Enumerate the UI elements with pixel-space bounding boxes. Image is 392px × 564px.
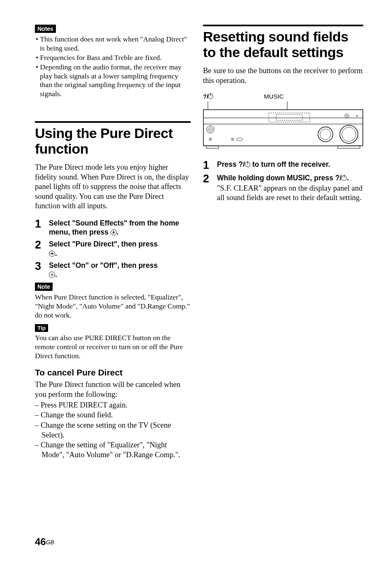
notes-item: Depending on the audio format, the recei… (35, 63, 191, 99)
step-1: 1 Select "Sound Effects" from the home m… (35, 219, 191, 237)
notes-block: Notes This function does not work when "… (35, 25, 191, 99)
page-number: 46 (35, 536, 46, 547)
step-text: While holding down MUSIC, press ?/. (217, 174, 349, 182)
svg-point-20 (340, 125, 358, 143)
step-text: Select "On" or "Off", then press . (49, 261, 158, 279)
note-label: Note (35, 283, 53, 291)
step-1: 1 Press ?/ to turn off the receiver. (203, 160, 363, 171)
svg-point-14 (210, 139, 211, 140)
step-number: 1 (35, 219, 49, 230)
plus-icon (111, 229, 117, 235)
section-rule (203, 25, 363, 26)
svg-point-6 (345, 114, 349, 118)
cancel-item: Change the sound field. (35, 410, 191, 420)
right-column: Resetting sound fields to the default se… (203, 25, 363, 460)
notes-list: This function does not work when "Analog… (35, 35, 191, 99)
tip-block: Tip You can also use PURE DIRECT button … (35, 324, 191, 361)
note-block: Note When Pure Direct function is select… (35, 283, 191, 320)
notes-item: Frequencies for Bass and Treble are fixe… (35, 53, 191, 62)
svg-point-21 (342, 127, 356, 141)
svg-point-10 (207, 126, 214, 133)
power-icon (341, 175, 347, 181)
cancel-intro: The Pure Direct function will be cancele… (35, 380, 191, 399)
tip-label: Tip (35, 324, 48, 332)
step-2: 2 Select "Pure Direct", then press . (35, 239, 191, 258)
cancel-item: Press PURE DIRECT again. (35, 400, 191, 410)
tip-text: You can also use PURE DIRECT button on t… (35, 334, 191, 361)
svg-point-12 (210, 129, 211, 130)
svg-point-8 (357, 115, 358, 117)
plus-icon (49, 251, 55, 257)
step-3: 3 Select "On" or "Off", then press . (35, 261, 191, 280)
cancel-item: Change the setting of "Equalizer", "Nigh… (35, 440, 191, 460)
step-sub-text: "S.F. CLEAR" appears on the display pane… (217, 184, 363, 203)
step-number: 2 (35, 239, 49, 251)
svg-rect-17 (237, 138, 242, 140)
svg-point-16 (232, 139, 233, 140)
svg-rect-2 (203, 110, 363, 146)
music-label: MUSIC (264, 93, 284, 100)
step-2: 2 While holding down MUSIC, press ?/. "S… (203, 173, 363, 203)
page-region: GB (46, 539, 54, 546)
cancel-heading: To cancel Pure Direct (35, 368, 191, 378)
intro-paragraph: Be sure to use the buttons on the receiv… (203, 66, 363, 85)
notes-label: Notes (35, 25, 56, 33)
section-title-pure-direct: Using the Pure Direct function (35, 125, 191, 157)
section-title-reset: Resetting sound fields to the default se… (203, 29, 363, 60)
svg-rect-22 (206, 146, 219, 148)
receiver-diagram: ?/ MUSIC (203, 93, 363, 152)
power-icon (208, 94, 213, 99)
note-text: When Pure Direct function is selected, "… (35, 293, 191, 320)
step-text: Press ?/ to turn off the receiver. (217, 160, 330, 168)
svg-point-11 (208, 127, 212, 131)
svg-point-7 (346, 115, 348, 117)
power-label-prefix: ?/ (203, 93, 208, 100)
svg-rect-4 (269, 113, 310, 122)
section-rule (35, 121, 191, 123)
step-number: 1 (203, 160, 217, 171)
left-column: Notes This function does not work when "… (35, 25, 191, 460)
power-icon (245, 162, 250, 167)
cancel-item: Change the scene setting on the TV (Scen… (35, 420, 191, 440)
plus-icon (49, 272, 55, 278)
step-number: 2 (203, 173, 217, 184)
notes-item: This function does not work when "Analog… (35, 35, 191, 53)
svg-rect-5 (276, 115, 302, 120)
page-footer: 46GB (35, 536, 54, 548)
step-text: Select "Sound Effects" from the home men… (49, 219, 179, 237)
receiver-svg (203, 101, 363, 151)
intro-paragraph: The Pure Direct mode lets you enjoy high… (35, 163, 191, 211)
svg-point-19 (320, 129, 331, 140)
cancel-list: Press PURE DIRECT again. Change the soun… (35, 400, 191, 459)
step-number: 3 (35, 261, 49, 272)
svg-rect-23 (338, 146, 360, 148)
step-text: Select "Pure Direct", then press . (49, 240, 158, 258)
